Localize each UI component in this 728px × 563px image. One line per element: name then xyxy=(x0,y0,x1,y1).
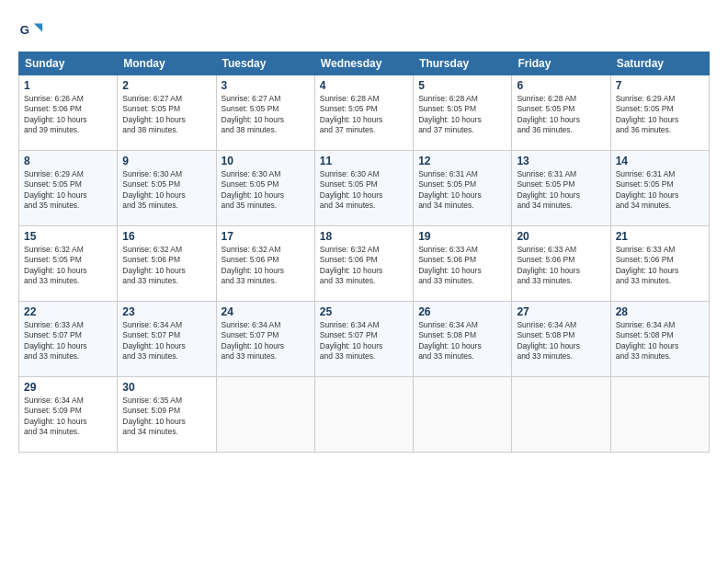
day-info: Sunrise: 6:29 AM Sunset: 5:05 PM Dayligh… xyxy=(24,169,112,212)
day-number: 5 xyxy=(418,79,506,92)
day-info: Sunrise: 6:32 AM Sunset: 5:05 PM Dayligh… xyxy=(24,245,112,287)
calendar-day-6: 6Sunrise: 6:28 AM Sunset: 5:05 PM Daylig… xyxy=(512,75,610,151)
calendar-day-16: 16Sunrise: 6:32 AM Sunset: 5:06 PM Dayli… xyxy=(118,226,216,302)
day-info: Sunrise: 6:30 AM Sunset: 5:05 PM Dayligh… xyxy=(222,169,310,212)
calendar-day-15: 15Sunrise: 6:32 AM Sunset: 5:05 PM Dayli… xyxy=(19,226,118,302)
day-number: 6 xyxy=(517,79,605,92)
day-info: Sunrise: 6:30 AM Sunset: 5:05 PM Dayligh… xyxy=(122,169,210,212)
empty-day xyxy=(216,377,314,453)
day-number: 28 xyxy=(616,305,704,318)
header: G xyxy=(18,17,710,42)
empty-day xyxy=(414,377,512,453)
day-number: 7 xyxy=(616,79,704,92)
logo: G xyxy=(18,17,50,42)
day-number: 8 xyxy=(24,155,112,167)
day-info: Sunrise: 6:28 AM Sunset: 5:05 PM Dayligh… xyxy=(517,94,605,136)
day-number: 25 xyxy=(320,305,408,318)
day-info: Sunrise: 6:33 AM Sunset: 5:06 PM Dayligh… xyxy=(517,245,605,287)
day-info: Sunrise: 6:31 AM Sunset: 5:05 PM Dayligh… xyxy=(616,169,704,212)
calendar-day-5: 5Sunrise: 6:28 AM Sunset: 5:05 PM Daylig… xyxy=(414,75,512,151)
day-number: 14 xyxy=(616,155,704,167)
calendar-week-3: 15Sunrise: 6:32 AM Sunset: 5:05 PM Dayli… xyxy=(19,226,710,302)
day-number: 11 xyxy=(320,155,408,167)
day-number: 19 xyxy=(418,230,506,243)
svg-text:G: G xyxy=(20,23,29,37)
day-number: 23 xyxy=(122,305,210,318)
calendar-day-21: 21Sunrise: 6:33 AM Sunset: 5:06 PM Dayli… xyxy=(610,226,709,302)
calendar-day-26: 26Sunrise: 6:34 AM Sunset: 5:08 PM Dayli… xyxy=(414,302,512,377)
day-info: Sunrise: 6:34 AM Sunset: 5:07 PM Dayligh… xyxy=(122,320,210,362)
day-info: Sunrise: 6:34 AM Sunset: 5:08 PM Dayligh… xyxy=(418,320,506,362)
calendar-day-10: 10Sunrise: 6:30 AM Sunset: 5:05 PM Dayli… xyxy=(216,151,314,226)
day-number: 18 xyxy=(320,230,408,243)
empty-day xyxy=(610,377,709,453)
calendar-day-3: 3Sunrise: 6:27 AM Sunset: 5:05 PM Daylig… xyxy=(216,75,314,151)
calendar-day-7: 7Sunrise: 6:29 AM Sunset: 5:05 PM Daylig… xyxy=(610,75,709,151)
day-info: Sunrise: 6:35 AM Sunset: 5:09 PM Dayligh… xyxy=(122,396,210,438)
day-info: Sunrise: 6:34 AM Sunset: 5:08 PM Dayligh… xyxy=(517,320,605,362)
calendar-day-2: 2Sunrise: 6:27 AM Sunset: 5:05 PM Daylig… xyxy=(118,75,216,151)
header-day-wednesday: Wednesday xyxy=(314,52,413,75)
empty-day xyxy=(314,377,413,453)
calendar-day-30: 30Sunrise: 6:35 AM Sunset: 5:09 PM Dayli… xyxy=(118,377,216,453)
day-info: Sunrise: 6:29 AM Sunset: 5:05 PM Dayligh… xyxy=(616,94,704,136)
day-number: 13 xyxy=(517,155,605,167)
header-day-friday: Friday xyxy=(512,52,610,75)
calendar-day-24: 24Sunrise: 6:34 AM Sunset: 5:07 PM Dayli… xyxy=(216,302,314,377)
day-number: 15 xyxy=(24,230,112,243)
calendar-day-23: 23Sunrise: 6:34 AM Sunset: 5:07 PM Dayli… xyxy=(118,302,216,377)
day-number: 17 xyxy=(222,230,310,243)
calendar-day-13: 13Sunrise: 6:31 AM Sunset: 5:05 PM Dayli… xyxy=(512,151,610,226)
day-info: Sunrise: 6:34 AM Sunset: 5:07 PM Dayligh… xyxy=(320,320,408,362)
calendar-day-28: 28Sunrise: 6:34 AM Sunset: 5:08 PM Dayli… xyxy=(610,302,709,377)
calendar-day-29: 29Sunrise: 6:34 AM Sunset: 5:09 PM Dayli… xyxy=(19,377,118,453)
day-number: 30 xyxy=(122,381,210,394)
calendar-week-5: 29Sunrise: 6:34 AM Sunset: 5:09 PM Dayli… xyxy=(19,377,710,453)
svg-marker-1 xyxy=(34,23,42,31)
calendar-day-12: 12Sunrise: 6:31 AM Sunset: 5:05 PM Dayli… xyxy=(414,151,512,226)
day-number: 4 xyxy=(320,79,408,92)
day-info: Sunrise: 6:31 AM Sunset: 5:05 PM Dayligh… xyxy=(517,169,605,212)
day-info: Sunrise: 6:32 AM Sunset: 5:06 PM Dayligh… xyxy=(320,245,408,287)
day-number: 16 xyxy=(122,230,210,243)
day-number: 27 xyxy=(517,305,605,318)
calendar-day-8: 8Sunrise: 6:29 AM Sunset: 5:05 PM Daylig… xyxy=(19,151,118,226)
calendar-day-19: 19Sunrise: 6:33 AM Sunset: 5:06 PM Dayli… xyxy=(414,226,512,302)
calendar-day-20: 20Sunrise: 6:33 AM Sunset: 5:06 PM Dayli… xyxy=(512,226,610,302)
day-info: Sunrise: 6:33 AM Sunset: 5:06 PM Dayligh… xyxy=(616,245,704,287)
day-number: 24 xyxy=(222,305,310,318)
day-number: 21 xyxy=(616,230,704,243)
calendar-day-4: 4Sunrise: 6:28 AM Sunset: 5:05 PM Daylig… xyxy=(314,75,413,151)
header-day-monday: Monday xyxy=(118,52,216,75)
day-info: Sunrise: 6:34 AM Sunset: 5:08 PM Dayligh… xyxy=(616,320,704,362)
calendar-day-14: 14Sunrise: 6:31 AM Sunset: 5:05 PM Dayli… xyxy=(610,151,709,226)
day-info: Sunrise: 6:34 AM Sunset: 5:09 PM Dayligh… xyxy=(24,396,112,438)
calendar-day-17: 17Sunrise: 6:32 AM Sunset: 5:06 PM Dayli… xyxy=(216,226,314,302)
calendar-day-25: 25Sunrise: 6:34 AM Sunset: 5:07 PM Dayli… xyxy=(314,302,413,377)
day-number: 2 xyxy=(122,79,210,92)
day-number: 26 xyxy=(418,305,506,318)
day-info: Sunrise: 6:32 AM Sunset: 5:06 PM Dayligh… xyxy=(122,245,210,287)
logo-icon: G xyxy=(18,17,44,42)
day-number: 9 xyxy=(122,155,210,167)
empty-day xyxy=(512,377,610,453)
calendar-page: G SundayMondayTuesdayWednesdayThursdayFr… xyxy=(0,0,728,563)
day-number: 10 xyxy=(222,155,310,167)
calendar-table: SundayMondayTuesdayWednesdayThursdayFrid… xyxy=(18,52,710,453)
calendar-day-22: 22Sunrise: 6:33 AM Sunset: 5:07 PM Dayli… xyxy=(19,302,118,377)
header-day-thursday: Thursday xyxy=(414,52,512,75)
day-number: 1 xyxy=(24,79,112,92)
day-info: Sunrise: 6:26 AM Sunset: 5:06 PM Dayligh… xyxy=(24,94,112,136)
day-number: 3 xyxy=(222,79,310,92)
day-info: Sunrise: 6:32 AM Sunset: 5:06 PM Dayligh… xyxy=(222,245,310,287)
calendar-day-1: 1Sunrise: 6:26 AM Sunset: 5:06 PM Daylig… xyxy=(19,75,118,151)
day-info: Sunrise: 6:33 AM Sunset: 5:06 PM Dayligh… xyxy=(418,245,506,287)
day-info: Sunrise: 6:33 AM Sunset: 5:07 PM Dayligh… xyxy=(24,320,112,362)
calendar-week-4: 22Sunrise: 6:33 AM Sunset: 5:07 PM Dayli… xyxy=(19,302,710,377)
day-info: Sunrise: 6:30 AM Sunset: 5:05 PM Dayligh… xyxy=(320,169,408,212)
header-day-saturday: Saturday xyxy=(610,52,709,75)
day-info: Sunrise: 6:34 AM Sunset: 5:07 PM Dayligh… xyxy=(222,320,310,362)
day-info: Sunrise: 6:31 AM Sunset: 5:05 PM Dayligh… xyxy=(418,169,506,212)
calendar-day-18: 18Sunrise: 6:32 AM Sunset: 5:06 PM Dayli… xyxy=(314,226,413,302)
calendar-week-1: 1Sunrise: 6:26 AM Sunset: 5:06 PM Daylig… xyxy=(19,75,710,151)
